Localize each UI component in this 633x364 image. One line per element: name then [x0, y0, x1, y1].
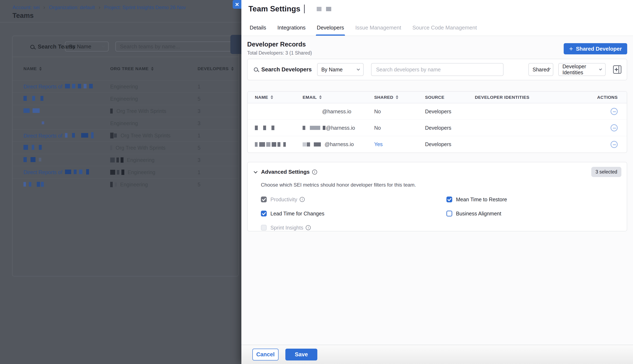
developers-count: 5	[198, 182, 232, 188]
redacted-team-name	[317, 7, 331, 11]
checkbox-mean-time-to-restore[interactable]	[446, 196, 452, 202]
sort-icon[interactable]	[231, 67, 234, 71]
info-icon[interactable]: i	[300, 197, 305, 202]
chevron-down-icon[interactable]	[254, 170, 257, 173]
column-label: EMAIL	[302, 95, 317, 100]
drawer-footer: Cancel Save	[241, 345, 633, 364]
column-header-name[interactable]: NAME	[255, 95, 302, 100]
drawer-title: Team Settings	[248, 4, 300, 13]
add-column-icon[interactable]	[613, 65, 622, 74]
chevron-down-icon	[102, 44, 105, 48]
table-row[interactable]: Engineering5	[12, 178, 238, 190]
tab-details[interactable]: Details	[249, 23, 267, 36]
sort-icon[interactable]	[319, 95, 322, 99]
column-header-name[interactable]: NAME	[24, 66, 110, 71]
table-row[interactable]: Org Tree With Sprints3	[12, 105, 238, 117]
tab-developers[interactable]: Developers	[316, 23, 345, 36]
breadcrumb-item[interactable]: Organization: default	[49, 4, 95, 10]
table-row[interactable]: Engineering5	[12, 92, 238, 105]
column-label: SHARED	[374, 95, 393, 100]
developer-table-card: NAMEEMAILSHAREDSOURCEDEVELOPER IDENTITIE…	[247, 91, 627, 153]
checkbox-lead-time-for-changes[interactable]	[261, 211, 267, 216]
column-header-email[interactable]: EMAIL	[302, 95, 374, 100]
remove-developer-icon[interactable]	[610, 141, 618, 148]
column-header-shared[interactable]: SHARED	[374, 95, 425, 100]
sort-icon[interactable]	[39, 67, 42, 71]
redacted-team-name	[24, 122, 44, 124]
org-tree-cell: Org Tree With Sprints	[110, 108, 198, 114]
developer-search-card: Search Developers By Name Shared Develop…	[247, 59, 627, 80]
redacted-email-prefix	[302, 142, 324, 146]
table-row[interactable]: Engineering3	[12, 117, 238, 129]
metrics-grid: ProductivityiLead Time for ChangesSprint…	[261, 194, 622, 233]
table-row[interactable]: Direct Reports ofOrg Tree With Sprints1	[12, 129, 238, 142]
developer-identities-filter-select[interactable]: Developer Identities	[558, 63, 606, 76]
redacted-org-prefix	[110, 108, 115, 114]
redacted-org-prefix	[110, 146, 114, 150]
teams-filter-select[interactable]: By Name	[65, 42, 108, 52]
column-header-developers[interactable]: DEVELOPERS	[198, 66, 234, 71]
source-cell: Developers	[425, 141, 475, 147]
developer-row[interactable]: @harness.ioNoDevelopers	[248, 120, 627, 136]
search-developers-input[interactable]	[371, 63, 504, 76]
team-name-link[interactable]: Direct Reports of	[24, 169, 62, 175]
developer-filter-select[interactable]: By Name	[317, 63, 364, 76]
team-name-cell	[24, 122, 110, 125]
developer-row[interactable]: @harness.ioNoDevelopers	[248, 103, 627, 120]
developer-row[interactable]: @harness.ioYesDevelopers	[248, 136, 627, 152]
info-icon[interactable]: i	[312, 170, 317, 174]
redacted-team-name	[24, 96, 44, 101]
org-tree-name: Engineering	[110, 120, 138, 126]
column-header-source: SOURCE	[425, 95, 475, 100]
developer-email-cell: @harness.io	[302, 108, 374, 114]
table-row[interactable]: Direct Reports ofEngineering1	[12, 166, 238, 178]
save-button[interactable]: Save	[285, 349, 317, 360]
tab-integrations[interactable]: Integrations	[276, 23, 306, 36]
developers-count: 5	[198, 96, 232, 102]
metric-business-alignment: Business Alignment	[446, 208, 622, 219]
shared-filter-select[interactable]: Shared	[528, 63, 553, 76]
sort-icon[interactable]	[151, 67, 154, 71]
shared-cell: No	[374, 125, 425, 131]
remove-developer-icon[interactable]	[610, 124, 618, 131]
teams-table-body: Direct Reports ofEngineering1Engineering…	[12, 80, 238, 190]
team-name-link[interactable]: Direct Reports of	[24, 133, 62, 139]
team-name-link[interactable]: Direct Reports of	[24, 84, 62, 90]
email-domain: @harness.io	[322, 108, 351, 114]
advanced-settings-title: Advanced Settings	[261, 169, 310, 175]
team-name-cell	[24, 96, 110, 102]
remove-developer-icon[interactable]	[610, 108, 618, 115]
sort-icon[interactable]	[271, 95, 273, 99]
redacted-email-prefix	[302, 109, 322, 114]
org-tree-name: Org Tree With Sprints	[116, 145, 166, 151]
close-button[interactable]: ×	[233, 0, 241, 9]
column-header-actions: ACTIONS	[591, 95, 618, 100]
org-tree-name: Engineering	[128, 169, 155, 175]
search-icon	[30, 45, 34, 49]
column-header-org-tree-name[interactable]: ORG TREE NAME	[110, 66, 198, 71]
sort-icon[interactable]	[396, 95, 398, 99]
redacted-org-prefix	[110, 157, 125, 163]
metrics-column-1: ProductivityiLead Time for ChangesSprint…	[261, 194, 446, 233]
developers-count: 1	[198, 169, 232, 175]
checkbox-sprint-insights	[261, 225, 267, 230]
source-cell: Developers	[425, 125, 475, 131]
cancel-button[interactable]: Cancel	[252, 349, 278, 360]
table-row[interactable]: Direct Reports ofEngineering1	[12, 80, 238, 92]
metric-label: Business Alignment	[456, 211, 501, 217]
shared-developer-button[interactable]: + Shared Developer	[564, 43, 627, 54]
redacted-email-prefix	[302, 126, 326, 130]
metric-sprint-insights: Sprint Insightsi	[261, 222, 446, 233]
breadcrumb: Account: sei›Organization: default›Proje…	[12, 4, 186, 10]
checkbox-business-alignment[interactable]	[446, 211, 452, 216]
info-icon[interactable]: i	[306, 225, 311, 230]
breadcrumb-item[interactable]: Account: sei	[12, 4, 40, 10]
metric-label: Mean Time to Restore	[456, 196, 507, 202]
teams-table-card: Search Teams By Name NAMEORG TREE NAMEDE…	[12, 36, 239, 276]
breadcrumb-item[interactable]: Project: Sprint Insights Demo 26 Nov	[104, 4, 186, 10]
developers-count: 3	[198, 120, 232, 126]
table-row[interactable]: Org Tree With Sprints5	[12, 142, 238, 154]
org-tree-name: Engineering	[110, 84, 138, 90]
email-domain: @harness.io	[326, 125, 355, 131]
table-row[interactable]: Engineering3	[12, 154, 238, 166]
